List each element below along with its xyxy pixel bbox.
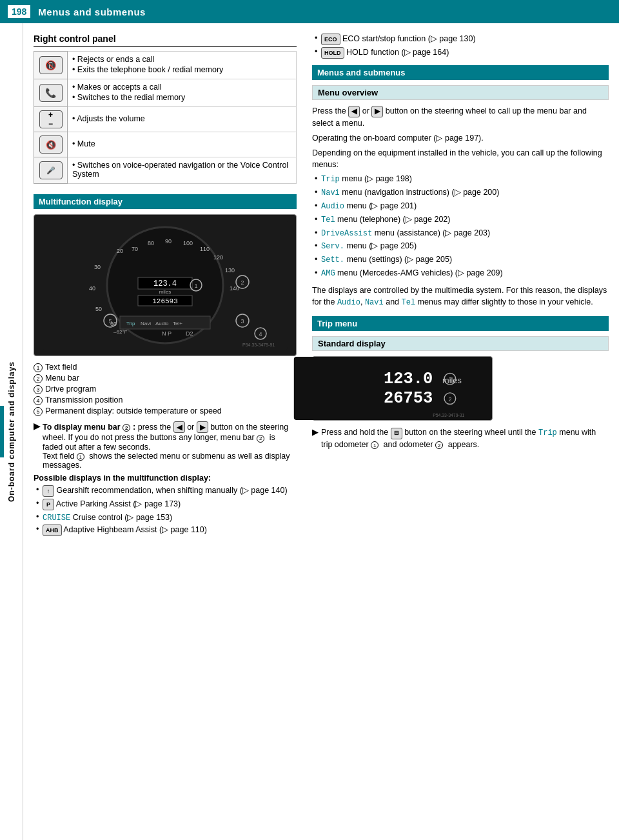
list-item: AHB Adaptive Highbeam Assist (▷ page 110… [36, 525, 297, 536]
amg-menu-item: AMG menu (Mercedes-AMG vehicles) (▷ page… [315, 268, 609, 279]
svg-text:Audio: Audio [155, 321, 169, 326]
sett-menu-item: Sett. menu (settings) (▷ page 205) [315, 254, 609, 266]
header-bar: 198 Menus and submenus [0, 0, 619, 23]
num-4: 4 [34, 396, 43, 405]
right-steer-btn[interactable]: ▶ [371, 106, 383, 117]
display-menu-bar-instruction: ▶ To display menu bar 2: press the ◀ or … [34, 421, 297, 470]
left-column: Right control panel 📵 Rejects or ends a … [23, 34, 307, 840]
svg-text:50: 50 [95, 306, 102, 312]
table-row: 🔇 Mute [34, 132, 297, 157]
svg-text:130: 130 [225, 267, 235, 274]
phone-accept-desc: Makes or accepts a call Switches to the … [68, 79, 297, 107]
navi-label: Navi [321, 188, 340, 197]
num-5: 5 [34, 407, 43, 416]
svg-text:70: 70 [132, 246, 138, 252]
trip-hold-btn[interactable]: ⊟ [391, 428, 402, 439]
possible-displays-heading: Possible displays in the multifunction d… [34, 474, 297, 483]
svg-text:miles: miles [159, 289, 172, 295]
phone-end-desc: Rejects or ends a call Exits the telepho… [68, 52, 297, 79]
arrow-symbol: ▶ [34, 421, 40, 431]
svg-text:Navi: Navi [141, 321, 151, 326]
tel-label: Tel [321, 215, 335, 225]
trip-mono: Trip [538, 428, 557, 437]
list-item: 5 Permanent display: outside temperature… [34, 406, 297, 416]
sidebar-accent [0, 406, 4, 457]
trip-num-1: 1 [371, 441, 378, 449]
right-btn[interactable]: ▶ [197, 421, 208, 433]
dashboard-image: 20 30 40 50 60 70 80 90 100 110 120 130 … [34, 214, 297, 356]
svg-text:P54.33-3479-31: P54.33-3479-31 [433, 413, 464, 417]
svg-text:5: 5 [108, 318, 112, 325]
parking-icon: P [43, 499, 54, 510]
main-content: Right control panel 📵 Rejects or ends a … [23, 23, 619, 840]
trip-display-image: 123.0 miles 26753 1 2 P54.33-3479-31 [312, 356, 493, 421]
svg-text:2: 2 [448, 396, 451, 403]
serv-label: Serv. [321, 242, 344, 251]
hold-item: HOLD HOLD function (▷ page 164) [315, 47, 609, 59]
list-item: 4 Transmission position [34, 395, 297, 405]
volume-icon: +− [39, 110, 63, 128]
volume-desc: Adjusts the volume [68, 107, 297, 132]
tel-ref: Tel [402, 298, 416, 307]
amg-label: AMG [321, 269, 335, 278]
sidebar-label: On-board computer and displays [7, 361, 16, 502]
voice-icon-cell: 🎤 [34, 157, 68, 184]
control-panel-table: 📵 Rejects or ends a call Exits the telep… [34, 51, 297, 184]
mf-display-heading: Multifunction display [34, 194, 297, 209]
phone-end-icon: 📵 [39, 56, 63, 74]
svg-text:100: 100 [183, 240, 193, 246]
svg-text:Trip: Trip [126, 321, 135, 326]
eco-icon: ECO [321, 34, 340, 45]
mute-icon: 🔇 [39, 135, 63, 154]
list-item: 2 Menu bar [34, 374, 297, 383]
num-1: 1 [34, 363, 43, 372]
svg-text:123.0: 123.0 [384, 370, 433, 389]
svg-text:110: 110 [200, 246, 210, 252]
tel-menu-item: Tel menu (telephone) (▷ page 202) [315, 214, 609, 226]
num-3: 3 [34, 385, 43, 394]
right-column: ECO ECO start/stop function (▷ page 130)… [307, 34, 619, 840]
audio-label: Audio [321, 202, 344, 211]
svg-text:N  P: N P [162, 330, 172, 337]
list-item: CRUISE Cruise control (▷ page 153) [36, 512, 297, 523]
left-steer-btn[interactable]: ◀ [348, 106, 360, 117]
voice-icon: 🎤 [39, 161, 63, 179]
circle-2b: 2 [257, 435, 264, 443]
circle-2: 2 [123, 424, 130, 432]
svg-text:2: 2 [241, 279, 244, 286]
svg-text:D2: D2 [186, 330, 193, 337]
svg-text:26753: 26753 [384, 389, 433, 408]
display-menu-bar-text: To display menu bar 2: press the ◀ or ▶ … [43, 421, 297, 470]
table-row: 📞 Makes or accepts a call Switches to th… [34, 79, 297, 107]
cruise-label: CRUISE [43, 514, 70, 523]
speedo-background: 20 30 40 50 60 70 80 90 100 110 120 130 … [43, 221, 288, 350]
mute-icon-cell: 🔇 [34, 132, 68, 157]
list-item: 1 Text field [34, 363, 297, 372]
trip-num-2: 2 [435, 441, 443, 449]
menus-list: Trip menu (▷ page 198) Navi menu (naviga… [312, 174, 609, 279]
serv-menu-item: Serv. menu (▷ page 205) [315, 241, 609, 252]
bullet-item: Switches on voice-operated navigation or… [72, 161, 291, 179]
svg-rect-39 [294, 357, 471, 420]
svg-text:40: 40 [89, 285, 95, 292]
menu-overview-para3: Depending on the equipment installed in … [312, 147, 609, 170]
page-title: Menus and submenus [38, 6, 146, 17]
displays-controlled-para: The displays are controlled by the multi… [312, 285, 609, 309]
trip-menu-item: Trip menu (▷ page 198) [315, 174, 609, 185]
driveassist-menu-item: DriveAssist menu (assistance) (▷ page 20… [315, 228, 609, 239]
svg-text:1: 1 [194, 283, 197, 289]
trip-label: Trip [321, 175, 340, 184]
eco-hold-list: ECO ECO start/stop function (▷ page 130)… [312, 34, 609, 59]
sett-label: Sett. [321, 255, 344, 265]
svg-text:30: 30 [94, 264, 101, 270]
left-btn[interactable]: ◀ [173, 421, 185, 433]
svg-text:1: 1 [448, 377, 451, 383]
trip-arrow-symbol: ▶ [312, 427, 319, 439]
audio-ref: Audio [337, 298, 360, 307]
svg-text:Tel+: Tel+ [173, 321, 182, 326]
trip-menu-heading: Trip menu [312, 316, 609, 331]
circle-1: 1 [77, 453, 84, 461]
bullet-item: Makes or accepts a call [72, 83, 291, 92]
numbered-items-list: 1 Text field 2 Menu bar 3 Drive program … [34, 363, 297, 416]
dashboard-svg: 20 30 40 50 60 70 80 90 100 110 120 130 … [43, 221, 288, 350]
